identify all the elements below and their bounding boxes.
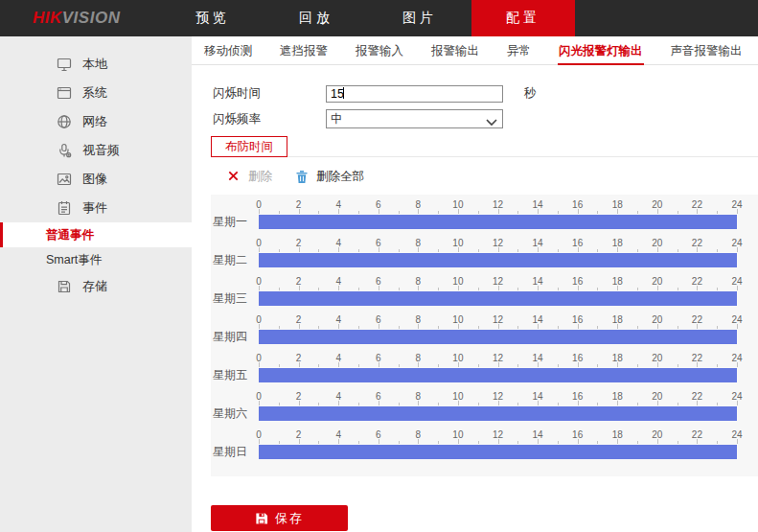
globe-icon [56,114,72,130]
flash-frequency-select[interactable]: 中 [326,109,503,128]
schedule-track[interactable] [259,330,737,344]
axis-tick [558,403,559,405]
axis-tick [717,249,718,252]
hour-label: 4 [335,391,341,402]
schedule-bar[interactable] [259,215,737,229]
hour-label: 22 [692,353,702,363]
hour-label: 12 [493,238,503,248]
axis-tick [318,403,319,405]
save-button[interactable]: 保存 [211,505,348,531]
schedule-day-row: 024681012141618202224星期六 [211,388,758,427]
hour-label: 12 [493,276,503,287]
tab-audio-alarm-output[interactable]: 声音报警输出 [670,42,744,64]
axis-tick [717,326,718,329]
schedule-track[interactable] [259,215,737,229]
axis-tick [399,403,400,405]
chevron-down-icon [486,116,497,124]
hour-label: 20 [652,276,662,287]
sidebar-item-smart-event[interactable]: Smart事件 [0,247,192,272]
hour-label: 6 [376,314,381,325]
sidebar: 本地系统网络视音频图像事件普通事件Smart事件存储 [0,36,192,532]
sidebar-item-basic-event[interactable]: 普通事件 [0,222,192,247]
schedule-bar[interactable] [259,330,737,344]
axis-tick [358,326,359,329]
sidebar-item-event[interactable]: 事件 [0,194,192,222]
hour-label: 6 [376,353,381,363]
axis-tick [597,364,598,367]
hour-label: 2 [296,314,302,325]
axis-tick [678,441,678,444]
flash-frequency-value: 中 [331,111,343,127]
delete-label: 删除 [248,169,272,185]
hour-label: 4 [335,429,341,440]
axis-tick [279,403,280,405]
flash-time-row: 闪烁时间 秒 [213,84,758,102]
hour-label: 0 [256,199,262,210]
tab-exception[interactable]: 异常 [506,42,532,64]
sidebar-item-local[interactable]: 本地 [0,50,192,79]
axis-tick [438,403,439,405]
tab-motion-detection[interactable]: 移动侦测 [203,42,253,64]
axis-tick [637,249,638,252]
axis-tick [558,364,559,367]
arming-schedule-tab[interactable]: 布防时间 [211,136,287,157]
axis-tick [438,364,439,367]
axis-tick [517,211,518,214]
flash-frequency-label: 闪烁频率 [213,111,326,127]
time-axis: 024681012141618202224 [259,199,737,214]
schedule-track[interactable] [259,368,737,382]
tab-alarm-output[interactable]: 报警输出 [430,42,480,64]
tab-alarm-input[interactable]: 报警输入 [355,42,404,64]
sidebar-item-video-audio[interactable]: 视音频 [0,136,192,165]
hour-label: 4 [335,238,341,248]
hour-label: 10 [452,353,463,363]
hour-label: 12 [493,429,503,440]
hikvision-logo: HIKVISION [33,0,120,36]
axis-tick [399,288,400,290]
schedule-track[interactable] [259,445,737,459]
hour-label: 10 [452,429,463,440]
schedule-bar[interactable] [259,253,737,267]
topnav-config[interactable]: 配置 [471,0,575,36]
hour-label: 2 [296,353,302,363]
hour-label: 4 [335,199,341,210]
sidebar-item-label: 本地 [82,56,107,73]
schedule-track[interactable] [259,291,737,306]
axis-tick [438,441,439,444]
hour-label: 20 [652,353,662,363]
hour-label: 18 [612,276,623,287]
tab-flash-alarm-light-output[interactable]: 闪光报警灯输出 [558,42,644,65]
schedule-bar[interactable] [259,406,737,421]
hour-label: 18 [612,199,623,210]
hour-label: 6 [376,429,381,440]
schedule-bar[interactable] [259,291,737,306]
tab-tamper-alarm[interactable]: 遮挡报警 [279,42,329,64]
hour-label: 12 [493,391,503,402]
sidebar-item-network[interactable]: 网络 [0,107,192,136]
sidebar-item-system[interactable]: 系统 [0,79,192,107]
schedule-bar[interactable] [259,445,737,459]
sidebar-item-storage[interactable]: 存储 [0,272,192,301]
axis-tick [399,441,400,444]
hour-label: 14 [533,353,543,363]
sidebar-item-image[interactable]: 图像 [0,165,192,194]
topnav-playback[interactable]: 回放 [264,0,368,36]
schedule-bar[interactable] [259,368,737,382]
hour-label: 20 [652,391,662,402]
delete-all-button[interactable]: 删除全部 [295,169,364,185]
hour-label: 22 [692,199,702,210]
hour-label: 10 [452,276,463,287]
axis-tick [358,211,359,214]
schedule-track[interactable] [259,253,737,267]
hour-label: 20 [652,199,662,210]
axis-tick [637,326,638,329]
hour-label: 14 [533,314,543,325]
topnav-preview[interactable]: 预览 [161,0,264,36]
axis-tick [637,441,638,444]
hour-label: 12 [493,199,503,210]
schedule-track[interactable] [259,406,737,421]
flash-time-input[interactable] [326,85,503,103]
topnav-picture[interactable]: 图片 [368,0,471,36]
delete-button[interactable]: 删除 [227,169,272,185]
day-label: 星期六 [213,406,247,421]
